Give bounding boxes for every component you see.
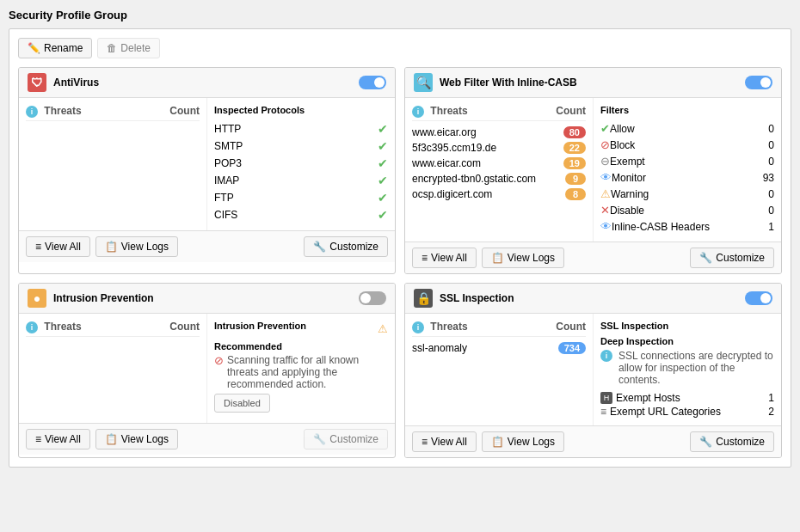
- ssl-info-icon: i: [412, 321, 424, 333]
- rename-button[interactable]: ✏️ Rename: [18, 38, 92, 58]
- check-icon: ✔: [378, 208, 388, 222]
- protocol-name: IMAP: [214, 174, 239, 187]
- ssl-body: i Threats Count ssl-anomaly734 SSL Inspe…: [405, 314, 781, 425]
- filter-label: ⊘ Block: [600, 138, 635, 151]
- filter-row: ✕ Disable0: [600, 202, 774, 218]
- delete-button[interactable]: 🗑 Delete: [97, 38, 160, 58]
- ip-view-logs-button[interactable]: 📋 View Logs: [95, 429, 178, 449]
- ssl-config-section: SSL Inspection Deep Inspection i SSL con…: [594, 314, 781, 425]
- antivirus-body: i Threats Count Inspected Protocols HTTP…: [19, 98, 395, 230]
- protocol-name: POP3: [214, 157, 242, 169]
- intrusion-threats-section: i Threats Count: [19, 314, 207, 423]
- ssl-view-logs-button[interactable]: 📋 View Logs: [482, 431, 564, 452]
- protocol-row: POP3✔: [214, 155, 388, 172]
- filters-title: Filters: [600, 105, 774, 115]
- webfilter-toggle[interactable]: [745, 76, 772, 89]
- protocols-list: HTTP✔SMTP✔POP3✔IMAP✔FTP✔CIFS✔: [214, 120, 388, 223]
- warning-icon: ⚠: [600, 187, 611, 200]
- webfilter-title: Web Filter With Inline-CASB: [440, 76, 577, 89]
- filter-label: 👁 Inline-CASB Headers: [600, 220, 710, 233]
- monitor-icon: 👁: [600, 171, 612, 184]
- info-icon: i: [26, 106, 38, 118]
- antivirus-toggle[interactable]: [359, 76, 386, 89]
- ssl-toggle[interactable]: [745, 291, 772, 305]
- threat-name: encrypted-tbn0.gstatic.com: [412, 173, 536, 185]
- protocol-name: HTTP: [214, 123, 241, 135]
- av-view-all-button[interactable]: ≡ View All: [26, 236, 90, 257]
- wf-customize-button[interactable]: 🔧 Customize: [690, 248, 774, 268]
- check-icon: ✔: [378, 156, 388, 170]
- intrusion-body: i Threats Count Intrusion Prevention ⚠ R…: [19, 314, 395, 423]
- wf-logs-icon: 📋: [491, 252, 504, 264]
- filter-label: ✕ Disable: [600, 204, 644, 217]
- ssl-col-header: i Threats Count: [412, 321, 586, 337]
- threat-row: ocsp.digicert.com8: [412, 187, 586, 202]
- ip-info-icon: i: [26, 321, 38, 333]
- toolbar: ✏️ Rename 🗑 Delete: [18, 38, 782, 58]
- ssl-view-all-button[interactable]: ≡ View All: [412, 431, 477, 452]
- filter-label: ✔ Allow: [600, 122, 635, 135]
- ssl-deep-info-icon: i: [600, 350, 612, 362]
- filter-label: 👁 Monitor: [600, 171, 646, 184]
- wf-view-all-button[interactable]: ≡ View All: [412, 248, 477, 268]
- antivirus-title: AntiVirus: [53, 76, 99, 89]
- antivirus-icon: 🛡: [28, 73, 46, 92]
- webfilter-icon: 🔍: [414, 73, 433, 92]
- ssl-customize-button[interactable]: 🔧 Customize: [690, 431, 774, 452]
- antivirus-header: 🛡 AntiVirus: [19, 68, 395, 98]
- ssl-section-title: SSL Inspection: [600, 321, 774, 331]
- deep-inspection-title: Deep Inspection: [600, 336, 774, 346]
- ssl-panel: 🔒 SSL Inspection i Threats Count ssl-ano…: [404, 283, 782, 458]
- intrusion-toggle[interactable]: [359, 291, 386, 305]
- webfilter-threats-list: www.eicar.org805f3c395.ccm19.de22www.eic…: [412, 125, 586, 202]
- check-icon: ✔: [378, 122, 388, 136]
- threat-row: 5f3c395.ccm19.de22: [412, 140, 586, 156]
- disabled-badge: Disabled: [214, 394, 270, 413]
- ssl-header: 🔒 SSL Inspection: [405, 284, 781, 314]
- ip-view-all-button[interactable]: ≡ View All: [26, 429, 90, 449]
- av-view-logs-button[interactable]: 📋 View Logs: [95, 236, 178, 257]
- protocol-row: HTTP✔: [214, 120, 388, 138]
- exempt-hosts-count: 1: [768, 392, 774, 404]
- intrusion-panel: ● Intrusion Prevention i Threats Count: [18, 283, 396, 458]
- block-icon: ⊘: [600, 138, 610, 151]
- webfilter-panel: 🔍 Web Filter With Inline-CASB i Threats …: [404, 67, 782, 274]
- intrusion-header: ● Intrusion Prevention: [19, 284, 395, 314]
- threat-badge: 9: [565, 173, 586, 185]
- ssl-threats-section: i Threats Count ssl-anomaly734: [405, 314, 594, 425]
- filter-row: 👁 Inline-CASB Headers1: [600, 218, 774, 235]
- logs-icon: 📋: [105, 241, 118, 253]
- antivirus-footer: ≡ View All 📋 View Logs 🔧 Customize: [19, 230, 395, 262]
- av-customize-button[interactable]: 🔧 Customize: [304, 236, 388, 257]
- filter-count: 0: [768, 205, 774, 217]
- ssl-threat-badge: 734: [558, 342, 586, 354]
- page-title: Security Profile Group: [9, 9, 791, 21]
- intrusion-footer: ≡ View All 📋 View Logs 🔧 Customize: [19, 423, 395, 455]
- ip-wrench-icon: 🔧: [313, 433, 326, 445]
- wf-view-logs-button[interactable]: 📋 View Logs: [482, 248, 564, 268]
- pencil-icon: ✏️: [28, 42, 40, 54]
- filter-count: 93: [763, 172, 774, 184]
- filter-row: 👁 Monitor93: [600, 169, 774, 186]
- threat-name: ocsp.digicert.com: [412, 188, 492, 200]
- ssl-wrench-icon: 🔧: [699, 436, 712, 448]
- deep-inspection-desc: i SSL connections are decrypted to allow…: [600, 350, 774, 386]
- check-icon: ✔: [378, 139, 388, 153]
- filter-label: ⚠ Warning: [600, 187, 649, 200]
- protocol-row: IMAP✔: [214, 172, 388, 189]
- threat-badge: 8: [565, 188, 586, 200]
- allow-check-icon: ✔: [600, 122, 610, 135]
- webfilter-footer: ≡ View All 📋 View Logs 🔧 Customize: [405, 242, 781, 273]
- protocol-row: CIFS✔: [214, 206, 388, 223]
- inspected-title: Inspected Protocols: [214, 105, 388, 115]
- protocol-name: FTP: [214, 192, 234, 204]
- filter-count: 1: [768, 221, 774, 233]
- ssl-threat-name: ssl-anomaly: [412, 342, 467, 354]
- ip-customize-button[interactable]: 🔧 Customize: [304, 429, 388, 449]
- check-icon: ✔: [378, 191, 388, 205]
- antivirus-protocols-section: Inspected Protocols HTTP✔SMTP✔POP3✔IMAP✔…: [207, 98, 395, 230]
- threats-col-label: i Threats: [26, 105, 82, 118]
- intrusion-title: Intrusion Prevention: [53, 292, 154, 304]
- intrusion-icon: ●: [28, 289, 46, 308]
- disable-icon: ✕: [600, 204, 610, 217]
